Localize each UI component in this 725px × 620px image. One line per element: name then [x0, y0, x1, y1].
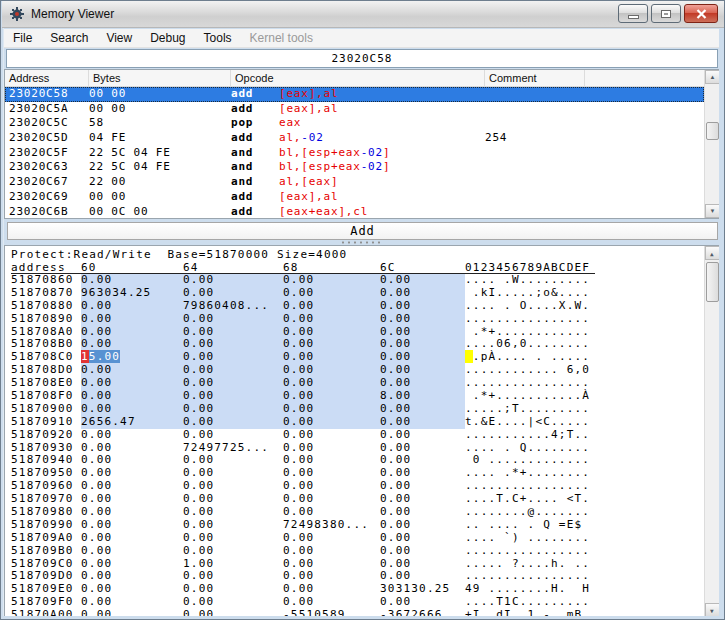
memory-row[interactable]: 518708600.000.000.000.00.... .W.........: [11, 274, 704, 287]
disassembly-row[interactable]: 23020C5C58popeax: [5, 116, 704, 131]
memory-value[interactable]: 0.00: [81, 274, 183, 287]
memory-value[interactable]: 0.00: [81, 519, 183, 532]
memory-row[interactable]: 518709A00.000.000.000.00.... `) ........: [11, 532, 704, 545]
memory-row[interactable]: 518709000.000.000.000.00.....;T.........: [11, 403, 704, 416]
memory-value[interactable]: 0.00: [183, 532, 283, 545]
memory-value[interactable]: 0.00: [183, 390, 283, 403]
menu-item-file[interactable]: File: [4, 29, 41, 47]
memory-value[interactable]: 0.00: [380, 429, 465, 442]
memory-value[interactable]: 0.00: [380, 313, 465, 326]
memory-row[interactable]: 518709C00.001.000.000.00..... ?....h. ..: [11, 558, 704, 571]
memory-row[interactable]: 518708E00.000.000.000.00................: [11, 377, 704, 390]
memory-value[interactable]: 0.00: [380, 519, 465, 532]
memory-value[interactable]: 0.00: [380, 403, 465, 416]
add-button[interactable]: Add: [7, 222, 718, 240]
disassembly-scrollbar[interactable]: ▲ ▼: [704, 70, 719, 218]
memory-value[interactable]: 0.00: [183, 506, 283, 519]
memory-value[interactable]: 0.00: [283, 300, 380, 313]
disassembly-row[interactable]: 23020C5A00 00add[eax],al: [5, 102, 704, 117]
disassembly-row[interactable]: 23020C6722 00andal,[eax]: [5, 175, 704, 190]
disassembly-row[interactable]: 23020C5800 00add[eax],al: [5, 87, 704, 102]
memory-value[interactable]: 0.00: [81, 390, 183, 403]
memory-value[interactable]: 0.00: [81, 313, 183, 326]
memory-value[interactable]: 0.00: [380, 287, 465, 300]
memory-value[interactable]: 0.00: [183, 274, 283, 287]
scroll-down-icon[interactable]: ▼: [705, 603, 720, 617]
memory-row[interactable]: 518709500.000.000.000.00.... .*+........: [11, 467, 704, 480]
memory-row[interactable]: 518708900.000.000.000.00................: [11, 313, 704, 326]
memory-value[interactable]: 0.00: [183, 545, 283, 558]
memory-row[interactable]: 518709D00.000.000.000.00................: [11, 570, 704, 583]
memory-value[interactable]: 0.00: [183, 416, 283, 429]
titlebar[interactable]: Memory Viewer: [2, 1, 724, 28]
menu-item-tools[interactable]: Tools: [195, 29, 241, 47]
memory-value[interactable]: 0.00: [81, 532, 183, 545]
memory-row[interactable]: 51870870963034.250.000.000.00 .kI.....;o…: [11, 287, 704, 300]
memory-value[interactable]: 0.00: [283, 416, 380, 429]
scroll-down-icon[interactable]: ▼: [705, 204, 720, 218]
scrollbar-thumb[interactable]: [706, 122, 719, 140]
memory-value[interactable]: 2656.47: [81, 416, 183, 429]
menu-item-search[interactable]: Search: [41, 29, 97, 47]
memory-row[interactable]: 518709E00.000.000.00303130.2549 ........…: [11, 583, 704, 596]
memory-value[interactable]: 0.00: [183, 519, 283, 532]
menu-item-view[interactable]: View: [97, 29, 141, 47]
memory-row[interactable]: 518708A00.000.000.000.00 .*+............: [11, 326, 704, 339]
memory-row[interactable]: 518709102656.470.000.000.00t.&E....|<C..…: [11, 416, 704, 429]
scroll-up-icon[interactable]: ▲: [705, 70, 720, 84]
memory-value[interactable]: 0.00: [81, 545, 183, 558]
memory-row[interactable]: 518709400.000.000.000.00 0 .............: [11, 454, 704, 467]
close-button[interactable]: [684, 4, 718, 23]
memory-scrollbar[interactable]: ▲ ▼: [704, 246, 719, 617]
menu-item-debug[interactable]: Debug: [141, 29, 194, 47]
memory-value[interactable]: 963034.25: [81, 287, 183, 300]
memory-value[interactable]: 0.00: [283, 403, 380, 416]
memory-value[interactable]: 0.00: [380, 506, 465, 519]
memory-value[interactable]: 0.00: [283, 506, 380, 519]
memory-row[interactable]: 518709200.000.000.000.00...........4;T..: [11, 429, 704, 442]
memory-value[interactable]: 0.00: [380, 532, 465, 545]
disassembly-row[interactable]: 23020C6900 00add[eax],al: [5, 190, 704, 205]
memory-value[interactable]: 0.00: [283, 274, 380, 287]
disassembly-row[interactable]: 23020C5D04 FEaddal,-02254: [5, 131, 704, 146]
memory-row[interactable]: 518709300.0072497725...0.000.00.... . Q.…: [11, 442, 704, 455]
memory-value[interactable]: 0.00: [380, 300, 465, 313]
memory-value[interactable]: 0.00: [283, 429, 380, 442]
memory-row[interactable]: 518709700.000.000.000.00....T.C+.... <T.: [11, 493, 704, 506]
memory-value[interactable]: 0.00: [81, 403, 183, 416]
memory-row[interactable]: 518709F00.000.000.000.00....T1C.........: [11, 596, 704, 609]
memory-row[interactable]: 518708D00.000.000.000.00............ 6,0: [11, 364, 704, 377]
memory-value[interactable]: 8.00: [380, 390, 465, 403]
scrollbar-thumb[interactable]: [706, 262, 719, 302]
memory-value[interactable]: 0.00: [283, 545, 380, 558]
memory-value[interactable]: 0.00: [183, 429, 283, 442]
scroll-up-icon[interactable]: ▲: [705, 246, 720, 260]
memory-value[interactable]: 0.00: [380, 416, 465, 429]
memory-row[interactable]: 518708F00.000.000.008.00 .*+...........À: [11, 390, 704, 403]
disassembly-row[interactable]: 23020C6322 5C 04 FEandbl,[esp+eax-02]: [5, 160, 704, 175]
memory-value[interactable]: 0.00: [283, 532, 380, 545]
memory-value[interactable]: 0.00: [183, 403, 283, 416]
memory-value[interactable]: 0.00: [283, 390, 380, 403]
memory-row[interactable]: 518708C015.000.000.000.00 .pÀ.... . ....…: [11, 351, 704, 364]
memory-value[interactable]: 0.00: [283, 287, 380, 300]
restore-button[interactable]: [651, 4, 681, 23]
memory-value[interactable]: 0.00: [283, 313, 380, 326]
memory-row[interactable]: 518709800.000.000.000.00........@.......: [11, 506, 704, 519]
memory-value[interactable]: 0.00: [380, 545, 465, 558]
memory-value[interactable]: 79860408...: [183, 300, 283, 313]
disassembly-row[interactable]: 23020C6B00 0C 00add[eax+eax],cl: [5, 205, 704, 219]
memory-row[interactable]: 518709600.000.000.000.00................: [11, 480, 704, 493]
memory-value[interactable]: 0.00: [183, 313, 283, 326]
minimize-button[interactable]: [618, 4, 648, 23]
memory-value[interactable]: 0.00: [183, 287, 283, 300]
memory-row[interactable]: 518708800.0079860408...0.000.00.... . O.…: [11, 300, 704, 313]
memory-value[interactable]: 0.00: [380, 274, 465, 287]
memory-value[interactable]: 72498380...: [283, 519, 380, 532]
memory-value[interactable]: 0.00: [81, 429, 183, 442]
memory-row[interactable]: 518709900.000.0072498380...0.00.. .... .…: [11, 519, 704, 532]
memory-value[interactable]: 0.00: [81, 300, 183, 313]
disassembly-row[interactable]: 23020C5F22 5C 04 FEandbl,[esp+eax-02]: [5, 146, 704, 161]
memory-value[interactable]: 0.00: [81, 506, 183, 519]
address-bar[interactable]: 23020C58: [6, 49, 718, 68]
